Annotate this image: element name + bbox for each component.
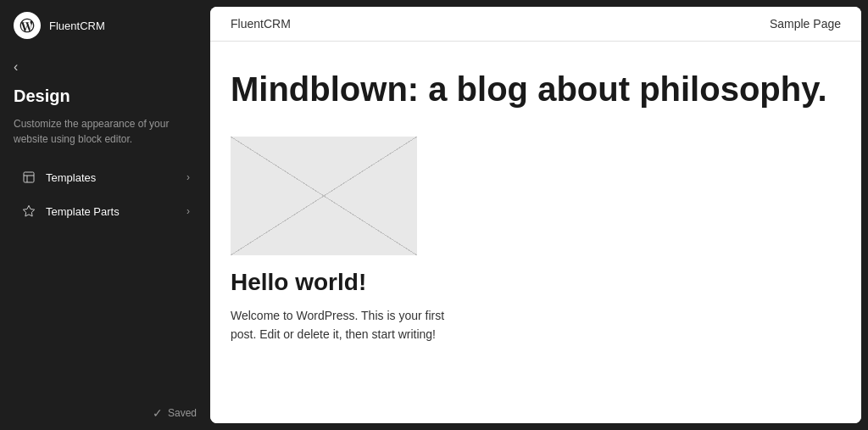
templates-label: Templates: [46, 171, 96, 184]
template-icon: [20, 169, 37, 186]
preview-post: Hello world! Welcome to WordPress. This …: [231, 137, 841, 344]
blog-title: Mindblown: a blog about philosophy.: [231, 69, 841, 109]
sidebar-nav: ‹ Design Customize the appearance of you…: [0, 51, 210, 396]
sidebar-header: FluentCRM: [0, 0, 210, 51]
template-parts-label: Template Parts: [46, 205, 120, 218]
preview-nav-link[interactable]: Sample Page: [770, 17, 841, 31]
template-parts-chevron-icon: ›: [186, 205, 190, 217]
svg-marker-3: [23, 205, 34, 216]
wp-logo: [14, 12, 41, 39]
nav-item-left-template-parts: Template Parts: [20, 203, 120, 220]
preview-site-name: FluentCRM: [231, 17, 291, 31]
sidebar-footer: ✓ Saved: [0, 396, 210, 430]
nav-item-template-parts[interactable]: Template Parts ›: [7, 194, 203, 228]
templates-chevron-icon: ›: [186, 171, 190, 183]
svg-rect-0: [24, 172, 34, 182]
template-parts-icon: [20, 203, 37, 220]
check-icon: ✓: [153, 406, 163, 420]
post-image-placeholder: [231, 137, 417, 255]
saved-indicator: ✓ Saved: [153, 406, 197, 420]
main-content: FluentCRM Sample Page Mindblown: a blog …: [210, 7, 861, 423]
section-title: Design: [0, 83, 210, 113]
preview-header: FluentCRM Sample Page: [210, 7, 861, 42]
back-button[interactable]: ‹: [0, 51, 210, 83]
post-title: Hello world!: [231, 269, 841, 296]
site-name: FluentCRM: [49, 20, 105, 32]
back-arrow-icon: ‹: [14, 59, 18, 75]
sidebar: FluentCRM ‹ Design Customize the appeara…: [0, 0, 210, 430]
section-description: Customize the appearance of your website…: [0, 113, 210, 160]
nav-item-left-templates: Templates: [20, 169, 96, 186]
nav-item-templates[interactable]: Templates ›: [7, 160, 203, 194]
preview-body: Mindblown: a blog about philosophy. Hell…: [210, 42, 861, 423]
saved-label: Saved: [168, 407, 197, 419]
post-content: Welcome to WordPress. This is your first…: [231, 306, 468, 344]
